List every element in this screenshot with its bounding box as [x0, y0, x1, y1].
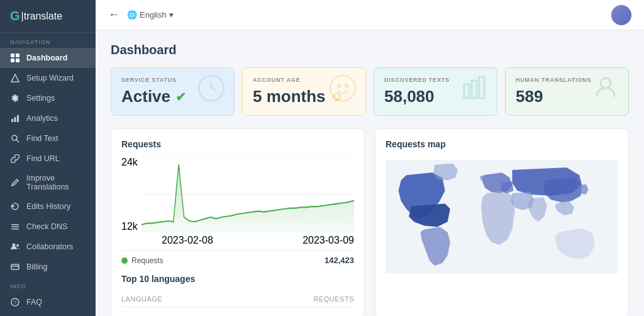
world-map	[386, 157, 618, 276]
svg-rect-6	[14, 117, 16, 122]
faq-icon: ?	[10, 297, 20, 307]
account-age-bg-icon	[328, 73, 358, 109]
svg-rect-0	[11, 54, 14, 57]
svg-rect-24	[472, 81, 477, 98]
sidebar-label-billing: Billing	[26, 262, 47, 271]
charts-row: Requests 24k 12k	[111, 128, 629, 316]
stat-card-human-translations: HUMAN TRANSLATIONS 589	[505, 67, 629, 116]
sidebar-item-improve-translations[interactable]: Improve Translations	[0, 169, 96, 196]
sidebar-label-improve-translations: Improve Translations	[26, 174, 86, 191]
sidebar-label-settings: Settings	[26, 94, 55, 103]
billing-icon	[10, 262, 20, 272]
check-dns-icon	[10, 222, 20, 232]
col-language: Language	[121, 295, 162, 303]
svg-rect-11	[11, 227, 19, 228]
requests-map-title: Requests map	[386, 139, 618, 149]
stat-card-service-status: SERVICE STATUS Active ✔	[111, 67, 235, 116]
svg-rect-12	[11, 229, 19, 230]
sidebar-item-setup-wizard[interactable]: Setup Wizard	[0, 68, 96, 88]
svg-text:?: ?	[14, 300, 17, 305]
info-section-label: INFO	[0, 277, 96, 292]
sidebar-item-faq[interactable]: ? FAQ	[0, 292, 96, 312]
sidebar-item-edits-history[interactable]: Edits History	[0, 196, 96, 217]
svg-rect-1	[16, 54, 19, 57]
svg-line-9	[16, 140, 19, 142]
y-label-24k: 24k	[121, 157, 138, 168]
sidebar-item-settings[interactable]: Settings	[0, 88, 96, 108]
sidebar-label-edits-history: Edits History	[26, 202, 70, 211]
requests-chart-card: Requests 24k 12k	[111, 128, 365, 316]
x-label-start: 2023-02-08	[162, 235, 213, 246]
legend-dot	[121, 257, 128, 264]
col-requests: Requests	[313, 295, 354, 303]
top-languages-title: Top 10 languages	[121, 274, 354, 284]
settings-icon	[10, 93, 20, 103]
sidebar-label-analytics: Analytics	[26, 114, 58, 123]
x-label-end: 2023-03-09	[303, 235, 354, 246]
dashboard-icon	[10, 53, 20, 63]
chart-svg-container: 2023-02-08 2023-03-09	[142, 157, 354, 245]
sidebar-item-find-text[interactable]: Find Text	[0, 128, 96, 149]
svg-rect-23	[464, 84, 469, 98]
user-avatar[interactable]	[611, 5, 631, 25]
legend-label: Requests	[131, 256, 164, 265]
sidebar-item-dashboard[interactable]: Dashboard	[0, 48, 96, 68]
find-text-icon	[10, 133, 20, 144]
find-url-icon	[10, 154, 20, 164]
language-label: English	[140, 10, 167, 20]
improve-translations-icon	[10, 178, 20, 188]
sidebar-item-check-dns[interactable]: Check DNS	[0, 217, 96, 237]
logo-text: |translate	[21, 11, 63, 22]
page-content: Dashboard SERVICE STATUS Active ✔ ACCOUN…	[96, 30, 644, 316]
avatar-image	[611, 5, 631, 25]
edits-history-icon	[10, 201, 20, 212]
human-translations-bg-icon	[591, 73, 621, 109]
sidebar-item-analytics[interactable]: Analytics	[0, 108, 96, 128]
collaborators-icon	[10, 242, 20, 252]
svg-point-26	[601, 78, 611, 88]
sidebar-item-billing[interactable]: Billing	[0, 257, 96, 277]
language-selector[interactable]: 🌐 English ▾	[127, 10, 174, 20]
requests-map-card: Requests map	[375, 128, 629, 316]
sidebar-item-collaborators[interactable]: Collaborators	[0, 237, 96, 257]
requests-line-chart: 24k 12k	[121, 157, 354, 245]
topbar-left: ← 🌐 English ▾	[108, 8, 174, 21]
table-header: Language Requests	[121, 291, 354, 307]
check-circle-icon: ✔	[175, 89, 186, 104]
analytics-icon	[10, 113, 20, 123]
logo-g: G	[10, 9, 20, 23]
topbar: ← 🌐 English ▾	[96, 0, 644, 30]
legend-value: 142,423	[325, 256, 354, 265]
svg-point-14	[16, 244, 19, 247]
svg-rect-15	[11, 264, 19, 269]
app-logo: G|translate	[0, 0, 96, 33]
svg-rect-5	[11, 119, 13, 122]
svg-point-22	[345, 84, 348, 87]
stat-cards-grid: SERVICE STATUS Active ✔ ACCOUNT AGE 5 mo…	[111, 67, 629, 116]
sidebar: G|translate NAVIGATION Dashboard Setup W…	[0, 0, 96, 316]
sidebar-label-dashboard: Dashboard	[26, 54, 67, 62]
sidebar-label-faq: FAQ	[26, 298, 42, 307]
nav-section-label: NAVIGATION	[0, 33, 96, 48]
discovered-texts-bg-icon	[459, 73, 489, 109]
flag-icon: 🌐	[127, 10, 137, 20]
svg-marker-4	[11, 74, 19, 82]
svg-point-13	[13, 244, 16, 247]
sidebar-item-find-url[interactable]: Find URL	[0, 149, 96, 169]
svg-rect-10	[11, 224, 19, 225]
stat-card-account-age: ACCOUNT AGE 5 months ☺	[242, 67, 366, 116]
svg-point-8	[12, 135, 17, 140]
chart-legend: Requests 142,423	[121, 250, 354, 265]
x-axis-labels: 2023-02-08 2023-03-09	[162, 235, 354, 246]
sidebar-label-setup-wizard: Setup Wizard	[26, 74, 74, 82]
y-label-12k: 12k	[121, 221, 138, 232]
sidebar-label-check-dns: Check DNS	[26, 222, 67, 231]
topbar-right	[611, 5, 631, 25]
svg-rect-2	[11, 59, 14, 62]
svg-marker-30	[142, 164, 354, 232]
back-button[interactable]: ←	[108, 8, 119, 21]
sidebar-label-find-url: Find URL	[26, 154, 60, 163]
svg-point-21	[338, 84, 340, 87]
svg-point-20	[330, 76, 355, 101]
svg-rect-3	[16, 59, 19, 62]
